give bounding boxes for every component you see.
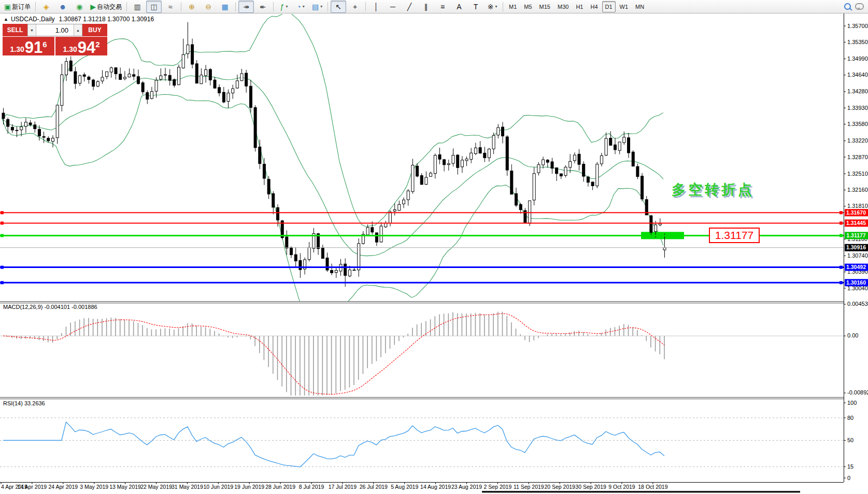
chart-shift-icon: ↞ bbox=[260, 3, 266, 10]
rsi-line bbox=[3, 422, 664, 467]
search-icon[interactable] bbox=[844, 3, 851, 10]
level-price-tag: 1.31445 bbox=[845, 219, 868, 227]
new-order-button[interactable]: ▣新订单 bbox=[2, 1, 33, 13]
price-axis-tick: 1.34280 bbox=[847, 88, 868, 94]
line-chart-type-button[interactable]: ≈ bbox=[163, 1, 178, 13]
channel-tool-button[interactable]: ∥ bbox=[418, 1, 434, 13]
rsi-axis-tick: 15 bbox=[847, 463, 853, 470]
templates-button[interactable]: ▤▾ bbox=[309, 1, 325, 13]
horizontal-level-line[interactable] bbox=[0, 266, 844, 269]
price-axis-tick: 1.33220 bbox=[847, 137, 868, 144]
date-axis-label: 17 Jul 2019 bbox=[329, 484, 357, 490]
timeframe-m1-button[interactable]: M1 bbox=[506, 1, 520, 12]
price-axis-tick: 1.34990 bbox=[847, 55, 868, 62]
buy-button[interactable]: BUY bbox=[82, 24, 107, 36]
date-axis-label: 5 Aug 2019 bbox=[391, 484, 418, 490]
price-axis-tick: 1.35350 bbox=[847, 39, 868, 45]
sell-price-button[interactable]: 1.30 91 6 bbox=[3, 37, 54, 55]
periods-icon: ◔ bbox=[296, 3, 301, 10]
periods-button[interactable]: ◔▾ bbox=[293, 1, 308, 13]
volume-stepper: ▼ 1.00 ▲ bbox=[27, 24, 82, 36]
date-axis-label: 11 Sep 2019 bbox=[514, 484, 544, 490]
label-tool-icon: T bbox=[474, 3, 478, 10]
candlestick-type-button[interactable]: ◫ bbox=[146, 1, 162, 13]
sell-button[interactable]: SELL bbox=[3, 24, 27, 36]
volume-input[interactable]: 1.00 bbox=[36, 24, 74, 36]
indicators-button[interactable]: ƒ▾ bbox=[276, 1, 292, 13]
line-chart-type-icon: ≈ bbox=[168, 3, 173, 10]
dropdown-caret-icon[interactable]: ▾ bbox=[495, 5, 497, 9]
bar-chart-type-button[interactable]: ▥ bbox=[130, 1, 145, 13]
dropdown-caret-icon[interactable]: ▾ bbox=[303, 5, 305, 9]
buy-price-button[interactable]: 1.30 94 2 bbox=[55, 37, 107, 55]
volume-increase-button[interactable]: ▲ bbox=[74, 24, 82, 36]
trendline-tool-button[interactable]: ╱ bbox=[402, 1, 417, 13]
label-tool-button[interactable]: T bbox=[468, 1, 483, 13]
zoom-out-icon: ⊖ bbox=[205, 3, 211, 10]
timeframe-w1-button[interactable]: W1 bbox=[617, 1, 632, 12]
candlesticks bbox=[2, 22, 666, 287]
toolbar-separator bbox=[126, 2, 127, 11]
fibonacci-tool-button[interactable]: ≡ bbox=[435, 1, 450, 13]
dropdown-caret-icon[interactable]: ▾ bbox=[286, 5, 288, 9]
macd-values: -0.004101 -0.001886 bbox=[44, 304, 97, 310]
tile-windows-button[interactable]: ▦ bbox=[217, 1, 233, 13]
chart-canvas[interactable]: 1.357001.353501.349901.346401.342801.339… bbox=[0, 0, 868, 494]
svg-text:1.31177: 1.31177 bbox=[846, 232, 866, 238]
rsi-axis-tick: 50 bbox=[847, 437, 853, 443]
cursor-tool-button[interactable]: ↖ bbox=[331, 1, 346, 13]
turning-point-annotation[interactable]: 多空转折点 bbox=[672, 180, 755, 199]
ohlc-summary: 1.30867 1.31218 1.30700 1.30916 bbox=[59, 16, 154, 23]
price-callout-box[interactable]: 1.31177 bbox=[709, 228, 760, 243]
horizontal-line-tool-icon: ─ bbox=[390, 3, 395, 10]
svg-text:1.31670: 1.31670 bbox=[846, 209, 866, 216]
chart-shift-button[interactable]: ↞ bbox=[255, 1, 271, 13]
macd-axis-tick: -0.008928 bbox=[847, 389, 868, 396]
zoom-out-button[interactable]: ⊖ bbox=[201, 1, 216, 13]
signals-icon: ◉ bbox=[76, 3, 82, 10]
toolbar-separator bbox=[503, 2, 503, 11]
timeframe-d1-button[interactable]: D1 bbox=[602, 1, 616, 12]
horizontal-scrollbar[interactable] bbox=[482, 491, 800, 493]
text-tool-button[interactable]: A bbox=[451, 1, 467, 13]
horizontal-level-line[interactable] bbox=[0, 281, 844, 284]
vertical-line-tool-button[interactable]: │ bbox=[368, 1, 384, 13]
signals-button[interactable]: ◉ bbox=[72, 1, 87, 13]
macd-panel-label: MACD(12,26,9) -0.004101 -0.001886 bbox=[3, 304, 97, 310]
price-axis-tick: 1.33930 bbox=[847, 105, 868, 111]
volume-decrease-button[interactable]: ▼ bbox=[27, 24, 36, 36]
timeframe-m30-button[interactable]: M30 bbox=[554, 1, 572, 12]
zoom-in-button[interactable]: ⊕ bbox=[184, 1, 200, 13]
horizontal-level-line[interactable] bbox=[0, 211, 844, 214]
macd-axis-tick: 0.004533 bbox=[847, 301, 868, 307]
trader-profile-button[interactable]: ☻ bbox=[55, 1, 70, 13]
main-toolbar: ▣新订单◈☻◉▶自动交易▥◫≈⊕⊖▦↠↞ƒ▾◔▾▤▾↖+│─╱∥≡AT※▾M1M… bbox=[0, 0, 868, 13]
eraser-tool-button[interactable]: ◈ bbox=[38, 1, 54, 13]
timeframe-mn-button[interactable]: MN bbox=[632, 1, 647, 12]
timeframe-m15-button[interactable]: M15 bbox=[536, 1, 553, 12]
one-click-trading-panel: SELL ▼ 1.00 ▲ BUY 1.30 91 6 1.30 94 2 bbox=[3, 24, 107, 55]
timeframe-h4-button[interactable]: H4 bbox=[587, 1, 601, 12]
cursor-tool-icon: ↖ bbox=[335, 3, 341, 10]
date-axis-label: 28 Jun 2019 bbox=[265, 484, 295, 490]
crosshair-tool-button[interactable]: + bbox=[347, 1, 363, 13]
level-price-tag: 1.31670 bbox=[845, 209, 868, 216]
trendline-tool-icon: ╱ bbox=[407, 3, 411, 10]
arrows-tool-button[interactable]: ※▾ bbox=[485, 1, 500, 13]
macd-histogram bbox=[3, 312, 664, 396]
toolbar-separator bbox=[365, 2, 366, 11]
toolbar-separator bbox=[235, 2, 236, 11]
chat-icon[interactable] bbox=[855, 3, 864, 10]
timeframe-h1-button[interactable]: H1 bbox=[573, 1, 586, 12]
dropdown-caret-icon[interactable]: ▾ bbox=[320, 5, 322, 9]
svg-text:1.30916: 1.30916 bbox=[846, 244, 866, 250]
tile-windows-icon: ▦ bbox=[221, 3, 228, 10]
trader-profile-icon: ☻ bbox=[59, 3, 67, 10]
date-axis-label: 31 May 2019 bbox=[172, 484, 203, 490]
timeframe-m5-button[interactable]: M5 bbox=[521, 1, 535, 12]
collapse-trade-panel-icon[interactable]: ▲ bbox=[4, 17, 8, 22]
horizontal-line-tool-button[interactable]: ─ bbox=[385, 1, 401, 13]
auto-trading-button[interactable]: ▶自动交易 bbox=[88, 1, 124, 13]
channel-tool-icon: ∥ bbox=[424, 3, 428, 10]
auto-scroll-button[interactable]: ↠ bbox=[238, 1, 254, 13]
